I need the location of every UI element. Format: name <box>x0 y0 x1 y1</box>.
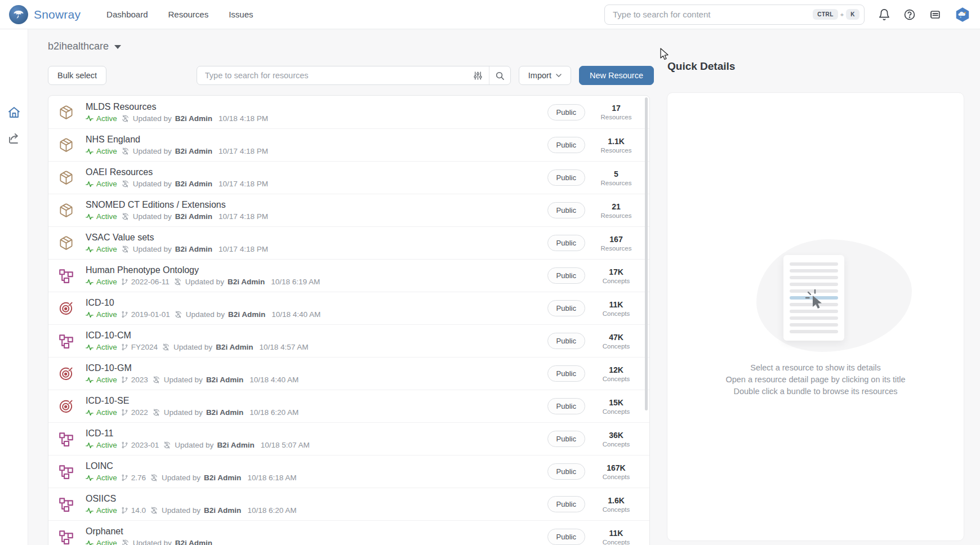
resource-subtitle: Active 2022-06-11 <box>86 278 320 286</box>
nav-link-issues[interactable]: Issues <box>229 10 253 19</box>
user-avatar[interactable] <box>954 6 971 23</box>
package-icon <box>59 203 74 218</box>
left-sidebar <box>0 29 28 545</box>
resource-title[interactable]: MLDS Resources <box>86 102 268 112</box>
workspace-selector[interactable]: b2ihealthcare <box>48 41 121 52</box>
resource-title[interactable]: ICD-10-CM <box>86 330 308 341</box>
new-resource-button[interactable]: New Resource <box>579 66 654 85</box>
count-number: 47K <box>598 333 635 342</box>
count-unit: Concepts <box>598 506 635 513</box>
branch-icon <box>121 278 128 285</box>
count-number: 17 <box>598 104 635 113</box>
resource-count: 11K Concepts <box>598 529 635 545</box>
resource-search-input[interactable] <box>205 71 467 80</box>
news-icon[interactable] <box>929 8 941 21</box>
package-icon <box>59 170 74 185</box>
count-unit: Concepts <box>598 539 635 545</box>
resource-title[interactable]: ICD-10-GM <box>86 363 299 373</box>
resource-row[interactable]: ICD-10-CM Active <box>48 324 649 357</box>
visibility-badge: Public <box>547 431 585 447</box>
package-icon <box>59 105 74 120</box>
notifications-bell-icon[interactable] <box>878 8 890 21</box>
updated-by-name: B2i Admin <box>175 245 212 253</box>
resource-row[interactable]: ICD-10 Active <box>48 292 649 324</box>
resource-title[interactable]: ICD-10 <box>86 298 320 308</box>
resource-row[interactable]: OSIICS Active <box>48 488 649 520</box>
bullseye-icon <box>59 399 74 414</box>
resource-row-main: ICD-10-CM Active <box>86 330 308 351</box>
global-search[interactable]: CTRL + K <box>604 5 865 25</box>
updated-by-name: B2i Admin <box>175 180 212 188</box>
resource-type-icon <box>59 431 74 446</box>
resource-row[interactable]: Human Phenotype Ontology Active <box>48 259 649 292</box>
resource-row-main: ICD-11 Active <box>86 428 310 449</box>
status-active: Active <box>86 506 117 515</box>
count-unit: Resources <box>598 180 635 186</box>
filter-icon[interactable] <box>467 66 489 84</box>
resource-row[interactable]: VSAC Value sets Active <box>48 226 649 259</box>
resource-title[interactable]: NHS England <box>86 135 268 145</box>
list-scrollbar[interactable] <box>645 97 648 410</box>
resource-count: 167K Concepts <box>598 463 635 480</box>
updated-by-name: B2i Admin <box>228 278 265 286</box>
resource-row-right: Public 17K Concepts <box>547 267 635 284</box>
resource-row-main: OSIICS Active <box>86 494 296 515</box>
import-button[interactable]: Import <box>519 66 571 85</box>
resource-row[interactable]: ICD-10-GM Active <box>48 357 649 390</box>
help-icon[interactable] <box>903 8 916 21</box>
brand[interactable]: Snowray <box>9 5 81 24</box>
resource-title[interactable]: ICD-11 <box>86 428 310 439</box>
updated-date: 10/18 6:19 AM <box>271 278 320 286</box>
status-label: Active <box>96 441 117 449</box>
resource-subtitle: Active <box>86 180 268 188</box>
resource-row[interactable]: ICD-11 Active <box>48 422 649 455</box>
resource-row[interactable]: NHS England Active <box>48 128 649 161</box>
resource-row[interactable]: MLDS Resources Active <box>48 96 649 128</box>
nav-link-resources[interactable]: Resources <box>168 10 209 19</box>
import-button-label: Import <box>528 71 551 80</box>
updated-by-name: B2i Admin <box>175 212 212 221</box>
resource-title[interactable]: SNOMED CT Editions / Extensions <box>86 200 268 210</box>
search-icon[interactable] <box>489 66 510 84</box>
resource-title[interactable]: OAEI Resources <box>86 167 268 177</box>
resource-search[interactable] <box>197 66 511 85</box>
user-sync-icon <box>163 441 171 449</box>
resource-row[interactable]: ICD-10-SE Active <box>48 390 649 422</box>
user-sync-icon <box>121 114 130 123</box>
home-icon[interactable] <box>7 106 21 119</box>
branch-icon <box>121 343 128 351</box>
global-search-input[interactable] <box>613 10 813 19</box>
resource-row[interactable]: Orphanet Active <box>48 520 649 545</box>
resource-row-right: Public 21 Resources <box>547 202 635 219</box>
user-sync-icon <box>150 473 158 482</box>
version-group: 2023 <box>121 376 148 384</box>
updated-group: Updated by B2i Admin <box>121 147 212 155</box>
visibility-badge: Public <box>547 202 585 218</box>
updated-date: 10/18 6:20 AM <box>250 408 299 417</box>
resource-row[interactable]: LOINC Active <box>48 455 649 488</box>
bulk-select-button[interactable]: Bulk select <box>48 66 106 85</box>
updated-by-prefix: Updated by <box>185 278 224 286</box>
details-panel-title: Quick Details <box>667 60 735 73</box>
share-export-icon[interactable] <box>7 132 21 145</box>
resource-title[interactable]: Orphanet <box>86 526 212 537</box>
resource-list: MLDS Resources Active <box>48 95 650 545</box>
updated-group: Updated by B2i Admin <box>163 441 254 449</box>
nav-link-dashboard[interactable]: Dashboard <box>106 10 148 19</box>
resource-row-right: Public 167K Concepts <box>547 463 635 480</box>
resource-subtitle: Active FY2024 <box>86 343 308 351</box>
resource-row[interactable]: SNOMED CT Editions / Extensions Active <box>48 194 649 226</box>
resource-title[interactable]: Human Phenotype Ontology <box>86 265 320 275</box>
resource-title[interactable]: OSIICS <box>86 494 296 504</box>
resource-title[interactable]: ICD-10-SE <box>86 396 299 406</box>
resource-row-main: ICD-10-SE Active <box>86 396 299 417</box>
resource-type-icon <box>59 399 74 414</box>
resource-subtitle: Active <box>86 147 268 155</box>
resource-title[interactable]: VSAC Value sets <box>86 233 268 243</box>
resource-title[interactable]: LOINC <box>86 461 296 471</box>
updated-by-name: B2i Admin <box>204 473 241 482</box>
resource-row[interactable]: OAEI Resources Active <box>48 161 649 194</box>
hierarchy-icon <box>59 497 74 512</box>
status-label: Active <box>96 473 117 482</box>
updated-group: Updated by B2i Admin <box>150 473 241 482</box>
